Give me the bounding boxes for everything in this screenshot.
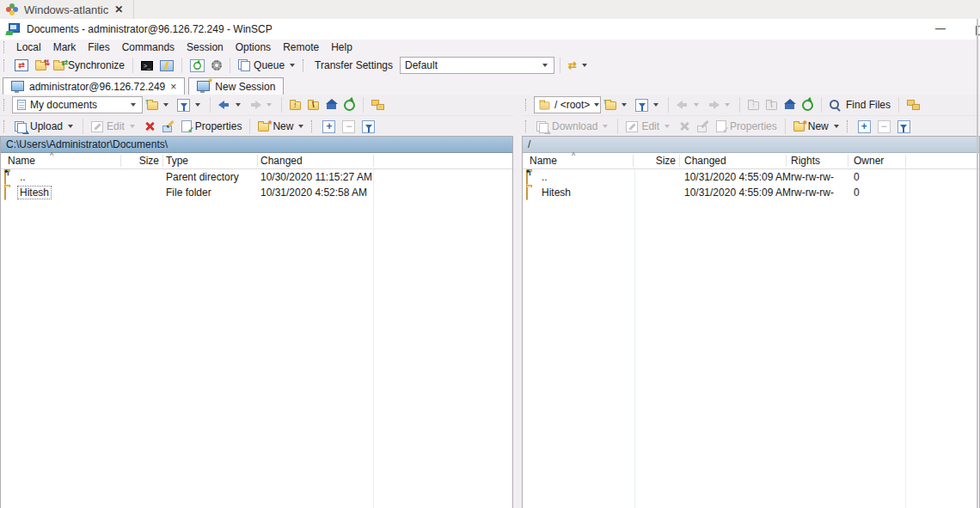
column-separator (373, 155, 374, 167)
remote-directory-combobox[interactable]: / <root> (534, 96, 601, 113)
queue-label: Queue (254, 59, 285, 71)
menu-help[interactable]: Help (325, 41, 358, 53)
local-edit-button[interactable]: Edit (89, 119, 139, 134)
toolbar-grip (525, 99, 529, 111)
file-name: .. (20, 171, 26, 183)
remote-column-name[interactable]: Name (530, 155, 557, 167)
local-directory-value: My documents (30, 99, 97, 111)
remote-column-changed[interactable]: Changed (684, 155, 726, 167)
find-files-button[interactable]: Find Files (827, 97, 893, 113)
local-root-directory-button[interactable] (305, 98, 322, 112)
local-column-size[interactable]: Size (123, 155, 159, 167)
preferences-button[interactable] (209, 58, 224, 72)
remote-edit-button[interactable]: Edit (623, 119, 674, 134)
local-rename-button[interactable] (160, 119, 177, 134)
local-column-type[interactable]: Type (166, 155, 188, 167)
remote-refresh-button[interactable] (799, 98, 816, 113)
chevron-down-icon (694, 103, 699, 107)
new-session-tab[interactable]: ★ New Session (188, 77, 284, 95)
open-in-putty-button[interactable] (157, 58, 176, 73)
local-column-changed[interactable]: Changed (260, 155, 303, 167)
local-tree-toggle-button[interactable] (369, 97, 387, 113)
synchronize-icon (53, 62, 64, 70)
transfer-options-button[interactable] (566, 58, 591, 73)
minimize-button[interactable]: — (930, 22, 951, 34)
remote-row-hitesh[interactable]: Hitesh 10/31/2020 4:55:09 AM rw-rw-rw- 0 (523, 185, 979, 200)
local-home-button[interactable] (323, 98, 340, 112)
remote-home-button[interactable] (781, 98, 798, 112)
local-refresh-button[interactable] (341, 98, 358, 113)
menu-remote[interactable]: Remote (277, 41, 325, 53)
remote-delete-button[interactable] (676, 119, 693, 134)
remote-back-button[interactable] (674, 99, 703, 111)
remote-new-button[interactable]: New (791, 119, 843, 134)
local-row-hitesh[interactable]: Hitesh File folder 10/31/2020 4:52:58 AM (1, 185, 512, 200)
remote-column-size[interactable]: Size (636, 155, 676, 167)
session-tab-close-icon[interactable]: × (170, 81, 176, 93)
local-back-button[interactable] (216, 99, 245, 111)
filter-funnel-icon (897, 120, 910, 133)
remote-filter-button[interactable] (633, 97, 663, 113)
column-separator (162, 155, 163, 167)
remote-root-directory-button[interactable] (763, 98, 780, 112)
separator (617, 119, 618, 134)
remote-open-directory-button[interactable] (603, 98, 631, 112)
remote-rename-button[interactable] (695, 119, 712, 134)
refresh-session-button[interactable] (187, 58, 207, 74)
separator (821, 97, 822, 113)
upload-button[interactable]: Upload (12, 119, 77, 134)
chevron-down-icon (834, 125, 839, 128)
toolbar-grip (525, 120, 529, 132)
download-label: Download (552, 120, 597, 132)
synchronize-browsing-button[interactable] (33, 58, 49, 72)
compare-directories-icon (15, 59, 28, 71)
remote-forward-button[interactable] (705, 99, 734, 111)
compare-directories-button[interactable] (12, 58, 31, 73)
menu-mark[interactable]: Mark (47, 41, 83, 53)
local-parent-directory-button[interactable] (287, 98, 303, 112)
remote-tree-toggle-button[interactable] (904, 97, 922, 113)
local-new-button[interactable]: New (255, 119, 308, 134)
local-column-name[interactable]: Name (8, 155, 35, 167)
local-select-filter-button[interactable] (359, 119, 377, 135)
menu-local[interactable]: Local (10, 41, 47, 53)
local-directory-combobox[interactable]: My documents (12, 96, 143, 113)
local-path-bar[interactable]: C:\Users\Administrator\Documents\ (1, 137, 512, 153)
column-gridline (905, 169, 906, 508)
download-button[interactable]: Download (534, 119, 612, 134)
remote-row-parent[interactable]: .. 10/31/2020 4:55:09 AM rw-rw-rw- 0 (523, 169, 979, 185)
local-select-remove-button[interactable]: − (340, 119, 358, 135)
local-select-add-button[interactable]: + (320, 119, 338, 135)
local-forward-button[interactable] (247, 99, 276, 111)
title-bar: Documents - administrator@96.126.72.249 … (0, 19, 980, 40)
synchronize-button[interactable]: Synchronize (51, 58, 127, 73)
queue-button[interactable]: Queue (236, 58, 299, 73)
separator (249, 119, 250, 134)
remote-parent-directory-button[interactable] (745, 98, 762, 112)
properties-label: Properties (730, 120, 777, 132)
local-open-directory-button[interactable] (144, 98, 173, 112)
local-delete-button[interactable] (141, 119, 158, 134)
menu-options[interactable]: Options (230, 41, 277, 53)
local-row-parent[interactable]: .. Parent directory 10/30/2020 11:15:27 … (1, 169, 512, 185)
remote-select-add-button[interactable]: + (855, 119, 873, 135)
parent-folder-icon (290, 101, 301, 110)
remote-path-bar[interactable]: / (523, 137, 979, 153)
session-tab-active[interactable]: administrator@96.126.72.249 × (3, 77, 185, 95)
remote-select-filter-button[interactable] (895, 119, 913, 135)
open-console-button[interactable] (138, 59, 156, 72)
menu-files[interactable]: Files (82, 41, 115, 53)
menu-session[interactable]: Session (181, 41, 230, 53)
local-properties-button[interactable]: Properties (179, 119, 245, 134)
window-right-edge (977, 19, 978, 508)
remote-properties-button[interactable]: Properties (714, 119, 780, 134)
local-navigation-toolbar: My documents (0, 95, 513, 115)
browser-tab-windows-atlantic[interactable]: Windows-atlantic ✕ (0, 0, 134, 19)
remote-column-rights[interactable]: Rights (791, 155, 820, 167)
remote-column-owner[interactable]: Owner (854, 155, 884, 167)
browser-tab-close-icon[interactable]: ✕ (114, 3, 123, 15)
menu-commands[interactable]: Commands (116, 41, 181, 53)
remote-select-remove-button[interactable]: − (875, 119, 893, 135)
transfer-settings-combobox[interactable]: Default (400, 57, 554, 74)
local-filter-button[interactable] (175, 97, 205, 113)
